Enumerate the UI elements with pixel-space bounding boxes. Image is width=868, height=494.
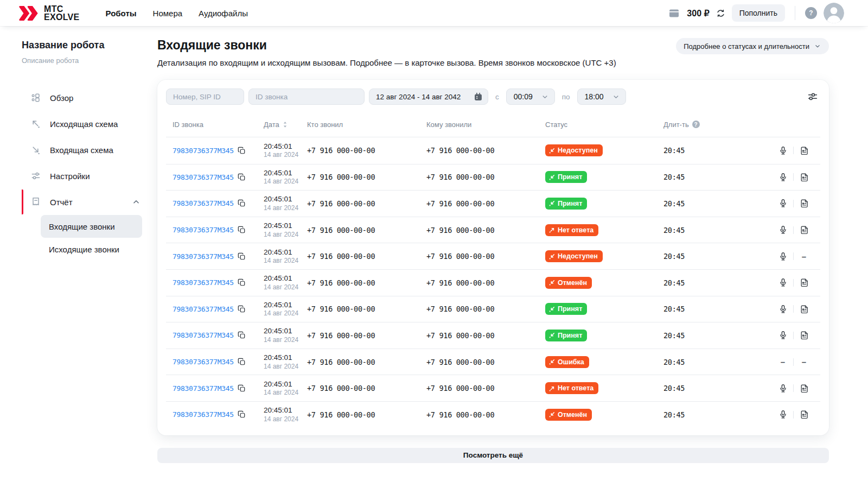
robot-description: Описание робота xyxy=(22,56,157,65)
load-more-button[interactable]: Посмотреть ещё xyxy=(157,448,829,463)
statuses-info-button[interactable]: Подробнее о статусах и длительности xyxy=(676,38,829,54)
table-row: 79830736377M345 20:45:01 14 авг 2024 +7 … xyxy=(166,164,820,191)
callee-number: +7 916 000-00-00 xyxy=(426,226,545,235)
call-id-link[interactable]: 79830736377M345 xyxy=(173,278,234,287)
sidebar-item-settings[interactable]: Настройки xyxy=(22,163,142,189)
status-label: Принят xyxy=(558,332,582,339)
copy-icon[interactable] xyxy=(238,147,246,155)
mts-exolve-logo[interactable]: МТС EXOLVE xyxy=(18,5,80,21)
record-play-button[interactable] xyxy=(777,384,788,393)
transcript-button[interactable] xyxy=(799,331,809,340)
status-label: Принят xyxy=(558,200,582,207)
actions-divider xyxy=(793,226,794,234)
transcript-button[interactable] xyxy=(799,305,809,314)
copy-icon[interactable] xyxy=(238,305,246,313)
call-date: 14 авг 2024 xyxy=(264,231,307,239)
caller-number: +7 916 000-00-00 xyxy=(307,173,426,181)
col-date[interactable]: Дата xyxy=(264,121,307,129)
call-id-link[interactable]: 79830736377M345 xyxy=(173,358,234,366)
record-play-button[interactable] xyxy=(777,410,788,419)
sidebar-subitem-outgoing-calls[interactable]: Исходящие звонки xyxy=(41,238,142,261)
col-call-id: ID звонка xyxy=(173,121,264,129)
grid-icon xyxy=(30,92,41,103)
chevron-down-icon xyxy=(814,42,821,50)
record-play-button[interactable] xyxy=(777,252,788,261)
call-id-link[interactable]: 79830736377M345 xyxy=(173,331,234,339)
duration-help-icon[interactable]: ? xyxy=(692,121,700,128)
call-direction-icon xyxy=(549,227,555,233)
refresh-balance-button[interactable] xyxy=(716,9,725,18)
copy-icon[interactable] xyxy=(238,331,246,339)
transcript-button[interactable] xyxy=(799,384,809,393)
time-to-select[interactable]: 18:00 xyxy=(577,88,626,105)
sidebar-subitem-incoming-calls[interactable]: Входящие звонки xyxy=(41,215,142,238)
record-play-button[interactable] xyxy=(777,331,788,340)
avatar[interactable] xyxy=(824,3,844,23)
filter-sliders-icon xyxy=(807,91,818,102)
call-id-link[interactable]: 79830736377M345 xyxy=(173,199,234,207)
call-duration: 20:45 xyxy=(663,146,737,155)
sidebar-item-incoming-scheme[interactable]: Входящая схема xyxy=(22,137,142,163)
callee-number: +7 916 000-00-00 xyxy=(426,199,545,208)
time-from-select[interactable]: 00:09 xyxy=(506,88,555,105)
copy-icon[interactable] xyxy=(238,384,246,392)
record-play-button[interactable] xyxy=(777,199,788,208)
call-id-link[interactable]: 79830736377M345 xyxy=(173,226,234,234)
nav-item-numbers[interactable]: Номера xyxy=(153,9,183,18)
call-date: 14 авг 2024 xyxy=(264,151,307,160)
number-sip-id-input[interactable] xyxy=(166,88,244,105)
report-icon xyxy=(30,197,41,207)
col-status: Статус xyxy=(545,121,663,129)
record-play-button[interactable] xyxy=(777,305,788,314)
transcript-button[interactable] xyxy=(799,278,809,287)
transcript-button[interactable] xyxy=(799,173,809,182)
call-id-link[interactable]: 79830736377M345 xyxy=(173,252,234,261)
call-id-link[interactable]: 79830736377M345 xyxy=(173,410,234,419)
copy-icon[interactable] xyxy=(238,226,246,234)
call-time: 20:45:01 xyxy=(264,274,307,283)
table-body: 79830736377M345 20:45:01 14 авг 2024 +7 … xyxy=(166,137,820,428)
nav-item-robots[interactable]: Роботы xyxy=(106,9,137,18)
status-badge: Недоступен xyxy=(545,250,603,262)
sidebar-menu: Обзор Исходящая схема Входящая схема xyxy=(22,85,142,261)
record-play-button[interactable] xyxy=(777,225,788,235)
sidebar-item-label: Настройки xyxy=(50,172,90,181)
sidebar-item-report[interactable]: Отчёт xyxy=(22,189,142,215)
call-id-link[interactable]: 79830736377M345 xyxy=(173,305,234,313)
chevron-up-icon xyxy=(131,197,141,207)
record-play-button[interactable] xyxy=(777,146,788,155)
page-subtitle: Детализация по входящим и исходящим вызо… xyxy=(157,58,616,67)
call-id-input[interactable] xyxy=(248,88,365,105)
callee-number: +7 916 000-00-00 xyxy=(426,331,545,340)
call-id-link[interactable]: 79830736377M345 xyxy=(173,147,234,155)
copy-icon[interactable] xyxy=(238,252,246,261)
copy-icon[interactable] xyxy=(238,199,246,207)
call-duration: 20:45 xyxy=(663,278,737,287)
call-id-link[interactable]: 79830736377M345 xyxy=(173,173,234,181)
caller-number: +7 916 000-00-00 xyxy=(307,226,426,235)
call-id-link[interactable]: 79830736377M345 xyxy=(173,384,234,392)
transcript-button[interactable] xyxy=(799,225,809,235)
copy-icon[interactable] xyxy=(238,278,246,287)
topup-button[interactable]: Пополнить xyxy=(732,4,785,22)
actions-divider xyxy=(793,305,794,313)
sidebar-item-outgoing-scheme[interactable]: Исходящая схема xyxy=(22,111,142,137)
page-title: Входящие звонки xyxy=(157,38,616,53)
copy-icon[interactable] xyxy=(238,173,246,181)
date-range-picker[interactable]: 12 авг 2024 - 14 авг 2042 xyxy=(369,88,488,105)
copy-icon[interactable] xyxy=(238,358,246,366)
callee-number: +7 916 000-00-00 xyxy=(426,146,545,155)
help-icon[interactable]: ? xyxy=(805,7,817,19)
transcript-button[interactable] xyxy=(799,199,809,208)
sidebar-item-overview[interactable]: Обзор xyxy=(22,85,142,111)
call-duration: 20:45 xyxy=(663,331,737,340)
transcript-button[interactable] xyxy=(799,410,809,419)
nav-item-audiofiles[interactable]: Аудиофайлы xyxy=(199,9,248,18)
table-row: 79830736377M345 20:45:01 14 авг 2024 +7 … xyxy=(166,190,820,217)
filter-settings-button[interactable] xyxy=(807,91,818,102)
record-play-button[interactable] xyxy=(777,173,788,182)
copy-icon[interactable] xyxy=(238,410,246,419)
record-play-button[interactable] xyxy=(777,278,788,287)
table-row: 79830736377M345 20:45:01 14 авг 2024 +7 … xyxy=(166,322,820,349)
transcript-button[interactable] xyxy=(799,146,809,155)
